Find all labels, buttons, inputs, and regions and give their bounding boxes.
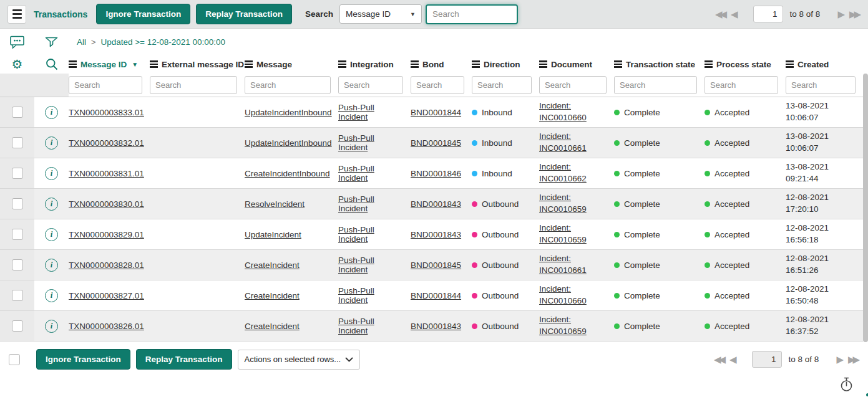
search-category-select[interactable]: Message ID ▼: [339, 4, 422, 24]
prev-page-icon[interactable]: ◀: [731, 9, 738, 20]
integration-link[interactable]: Push-Pull Incident: [338, 225, 374, 244]
column-search-input-bond[interactable]: [411, 76, 464, 94]
menu-button[interactable]: [7, 5, 26, 24]
list-search-toggle[interactable]: [34, 57, 69, 71]
message-link[interactable]: UpdateIncidentInbound: [245, 138, 332, 148]
page-number-input[interactable]: [753, 6, 783, 22]
bond-link[interactable]: BND0001843: [411, 322, 461, 331]
info-icon[interactable]: i: [45, 259, 58, 272]
document-link[interactable]: Incident: INC0010659: [539, 193, 587, 214]
column-search-input-transaction-state[interactable]: [614, 76, 697, 94]
message-id-link[interactable]: TXN0000003828.01: [69, 261, 144, 270]
document-link[interactable]: Incident: INC0010659: [539, 223, 587, 244]
message-id-link[interactable]: TXN0000003826.01: [69, 322, 144, 331]
page-number-input-bottom[interactable]: [752, 351, 782, 368]
integration-link[interactable]: Push-Pull Incident: [338, 286, 374, 305]
message-link[interactable]: CreateIncident: [245, 261, 300, 270]
info-icon[interactable]: i: [45, 320, 58, 333]
row-checkbox[interactable]: [12, 290, 23, 301]
personalize-list-button[interactable]: ⚙: [0, 58, 34, 70]
column-search-input-integration[interactable]: [338, 76, 403, 94]
message-link[interactable]: UpdateIncidentInbound: [245, 108, 332, 117]
document-link[interactable]: Incident: INC0010660: [539, 101, 587, 122]
breadcrumb-condition-link[interactable]: Updated >= 12-08-2021 00:00:00: [100, 37, 225, 47]
column-header-bond[interactable]: Bond: [411, 60, 472, 69]
row-checkbox[interactable]: [12, 320, 23, 332]
bond-link[interactable]: BND0001844: [411, 108, 461, 117]
message-link[interactable]: CreateIncidentInbound: [245, 169, 330, 178]
search-input[interactable]: [426, 4, 518, 24]
info-icon[interactable]: i: [45, 136, 58, 150]
info-icon[interactable]: i: [45, 198, 58, 211]
message-id-link[interactable]: TXN0000003832.01: [69, 138, 144, 148]
bond-link[interactable]: BND0001843: [411, 230, 461, 239]
filter-icon[interactable]: [34, 35, 69, 49]
column-header-message[interactable]: Message: [245, 60, 338, 69]
replay-transaction-button[interactable]: Replay Transaction: [196, 4, 292, 24]
select-all-checkbox[interactable]: [9, 354, 20, 365]
breadcrumb-all-link[interactable]: All: [77, 37, 86, 47]
column-header-process-state[interactable]: Process state: [705, 60, 786, 69]
message-id-link[interactable]: TXN0000003831.01: [69, 169, 144, 178]
bond-link[interactable]: BND0001845: [411, 261, 461, 270]
first-page-icon[interactable]: ◀◀: [715, 9, 724, 20]
column-search-input-document[interactable]: [539, 76, 607, 94]
document-link[interactable]: Incident: INC0010661: [539, 254, 587, 275]
integration-link[interactable]: Push-Pull Incident: [338, 256, 374, 274]
message-id-link[interactable]: TXN0000003830.01: [69, 199, 144, 209]
document-link[interactable]: Incident: INC0010662: [539, 162, 587, 183]
message-id-link[interactable]: TXN0000003829.01: [69, 230, 144, 239]
info-icon[interactable]: i: [45, 289, 58, 302]
row-checkbox[interactable]: [12, 137, 23, 148]
last-page-icon[interactable]: ▶▶: [849, 9, 859, 20]
next-page-icon[interactable]: ▶: [836, 354, 844, 365]
last-page-icon[interactable]: ▶▶: [848, 354, 857, 365]
row-checkbox[interactable]: [12, 107, 23, 118]
bond-link[interactable]: BND0001846: [411, 169, 461, 178]
prev-page-icon[interactable]: ◀: [729, 354, 737, 365]
first-page-icon[interactable]: ◀◀: [714, 354, 723, 365]
response-time-stopwatch-icon[interactable]: [840, 377, 853, 395]
column-header-document[interactable]: Document: [539, 60, 614, 69]
info-icon[interactable]: i: [45, 167, 58, 180]
message-id-link[interactable]: TXN0000003827.01: [69, 291, 144, 300]
column-search-input-created[interactable]: [786, 76, 856, 94]
integration-link[interactable]: Push-Pull Incident: [338, 317, 374, 335]
document-link[interactable]: Incident: INC0010660: [539, 284, 587, 305]
info-icon[interactable]: i: [45, 228, 58, 241]
column-header-integration[interactable]: Integration: [338, 60, 411, 69]
column-search-input-message[interactable]: [245, 76, 331, 94]
bond-link[interactable]: BND0001845: [411, 138, 461, 148]
message-link[interactable]: ResolveIncident: [245, 199, 305, 209]
integration-link[interactable]: Push-Pull Incident: [338, 133, 374, 152]
message-link[interactable]: CreateIncident: [245, 322, 300, 331]
message-link[interactable]: UpdateIncident: [245, 230, 301, 239]
vertical-scrollbar[interactable]: [863, 74, 868, 342]
bond-link[interactable]: BND0001843: [411, 199, 461, 209]
bond-link[interactable]: BND0001844: [411, 291, 461, 300]
document-link[interactable]: Incident: INC0010661: [539, 132, 587, 153]
ignore-transaction-button-bottom[interactable]: Ignore Transaction: [36, 349, 130, 370]
row-checkbox[interactable]: [12, 198, 23, 209]
column-header-created[interactable]: Created: [786, 60, 863, 69]
integration-link[interactable]: Push-Pull Incident: [338, 103, 374, 122]
column-header-direction[interactable]: Direction: [472, 60, 539, 69]
column-header-external-message-id[interactable]: External message ID: [150, 60, 245, 69]
info-icon[interactable]: i: [45, 106, 58, 119]
message-id-link[interactable]: TXN0000003833.01: [69, 108, 144, 117]
integration-link[interactable]: Push-Pull Incident: [338, 194, 374, 213]
ignore-transaction-button[interactable]: Ignore Transaction: [96, 4, 190, 24]
document-link[interactable]: Incident: INC0010659: [539, 315, 587, 336]
row-checkbox[interactable]: [12, 259, 23, 270]
column-header-transaction-state[interactable]: Transaction state: [614, 60, 705, 69]
column-search-input-process-state[interactable]: [705, 76, 778, 94]
row-checkbox[interactable]: [12, 229, 23, 240]
comments-icon[interactable]: [0, 35, 34, 49]
column-header-message-id[interactable]: Message ID▼: [69, 60, 150, 69]
replay-transaction-button-bottom[interactable]: Replay Transaction: [136, 349, 232, 370]
integration-link[interactable]: Push-Pull Incident: [338, 164, 374, 183]
next-page-icon[interactable]: ▶: [837, 9, 845, 20]
column-search-input-direction[interactable]: [472, 76, 532, 94]
row-checkbox[interactable]: [12, 168, 23, 179]
actions-on-selected-rows-select[interactable]: Actions on selected rows...: [238, 350, 360, 370]
